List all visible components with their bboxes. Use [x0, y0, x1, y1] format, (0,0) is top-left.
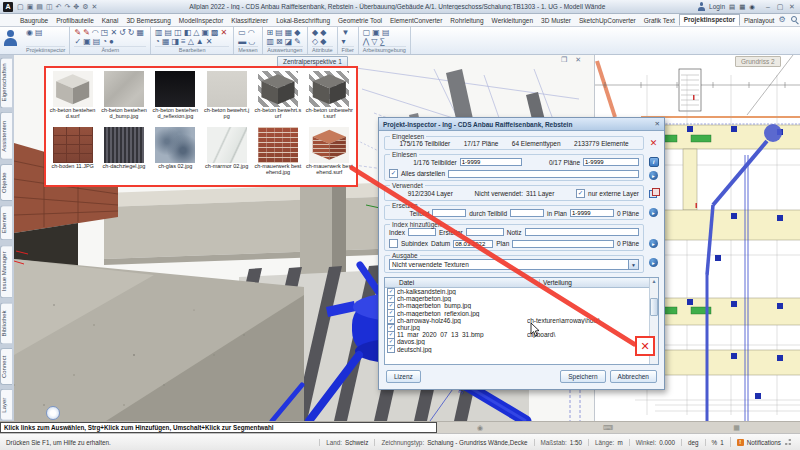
notiz-input[interactable] — [525, 228, 639, 236]
redo-icon[interactable]: ↷ — [64, 2, 70, 12]
texture-item[interactable]: ch-dachziegel.jpg — [99, 127, 148, 183]
texture-item[interactable]: ch-beton bewehrt.jpg — [202, 71, 251, 127]
tab-werkleitungen[interactable]: Werkleitungen — [488, 16, 537, 26]
projektinspector-icon[interactable] — [4, 29, 18, 48]
texture-item[interactable]: ch-beton bestehend_bump.jpg — [99, 71, 148, 127]
status-winkel-unit[interactable]: deg — [681, 439, 705, 446]
list-header[interactable]: Datei Verteilung — [385, 278, 649, 288]
nur-externe-layer-checkbox[interactable]: ✓ — [576, 189, 585, 198]
file-row[interactable]: ✓ch-magerbeton_bump.jpg — [385, 302, 649, 309]
tool-icons[interactable]: ▬◡ — [238, 37, 257, 46]
dialog-close-icon[interactable]: ✕ — [655, 120, 660, 128]
tab-profilbauteile[interactable]: Profilbauteile — [52, 16, 98, 26]
tool-icons[interactable]: ⊞▤▦◆ — [267, 28, 304, 37]
tool-icons[interactable]: ▥▤◫◧△▣▩✕ — [155, 28, 229, 37]
settings-icon[interactable]: ⚙ — [82, 2, 88, 12]
move-icon[interactable]: ✥ — [73, 2, 79, 12]
minimize-button[interactable]: – — [763, 3, 773, 11]
tool-icons[interactable]: ▥⊠◪✎ — [267, 37, 304, 46]
sidebar-tab-bibliothek[interactable]: Bibliothek — [0, 302, 12, 344]
subindex-checkbox[interactable] — [389, 239, 398, 248]
tool-icons[interactable]: ◇◆ — [312, 37, 332, 46]
new-icon[interactable]: ▢ — [17, 2, 24, 12]
chevron-down-icon[interactable]: ▼ — [628, 260, 638, 269]
file-row[interactable]: ✓davos.jpg — [385, 338, 649, 345]
texture-item[interactable]: ch-boden 11.JPG — [48, 127, 97, 183]
tab-geometrie-tool[interactable]: Geometrie Tool — [334, 16, 386, 26]
file-row[interactable]: ✓ch-kalksandstein.jpg — [385, 288, 649, 295]
keyboard-icon[interactable]: ⌨ — [603, 424, 613, 432]
alles-darstellen-checkbox[interactable]: ✓ — [389, 169, 398, 178]
lizenz-button[interactable]: Lizenz — [386, 370, 421, 383]
tab-projektinspector[interactable]: Projektinspector — [679, 14, 740, 26]
tool-icons[interactable]: ⋀▽∑ — [363, 37, 406, 46]
status-percent[interactable]: %1 — [705, 439, 730, 446]
gear-icon[interactable]: ⚙ — [778, 15, 785, 24]
abbrechen-button[interactable]: Abbrechen — [610, 370, 657, 383]
navigation-compass-icon[interactable] — [46, 406, 60, 420]
scrollbar-thumb[interactable] — [650, 298, 658, 316]
open-icon[interactable]: ▣ — [27, 2, 34, 12]
tool-icons[interactable]: ▢▣▤ — [363, 28, 406, 37]
shop-icon[interactable]: ▦ — [739, 3, 745, 11]
tab-modelinspector[interactable]: ModelInspector — [175, 16, 227, 26]
tool-icons[interactable]: ▭◠ — [238, 28, 257, 37]
apply-ersetzen-button[interactable]: ▸ — [649, 208, 658, 217]
tab-planlayout[interactable]: Planlayout — [740, 16, 778, 26]
tab-baugrube[interactable]: Baugrube — [16, 16, 52, 26]
tab-kanal[interactable]: Kanal — [98, 16, 123, 26]
sidebar-tab-eigenschaften[interactable]: Eigenschaften — [0, 57, 12, 108]
texture-item[interactable]: ch-beton bestehend.surf — [48, 71, 97, 127]
teilbild-input[interactable] — [432, 209, 466, 217]
texture-file-list[interactable]: Datei Verteilung ✓ch-kalksandstein.jpg ✓… — [384, 277, 659, 365]
texture-item[interactable]: ch-marmor 02.jpg — [202, 127, 251, 183]
sidebar-tab-issue-manager[interactable]: Issue Manager — [0, 245, 12, 298]
plan-input[interactable] — [512, 240, 614, 248]
tab-rohrleitung[interactable]: Rohrleitung — [446, 16, 487, 26]
sidebar-tab-assistenten[interactable]: Assistenten — [0, 112, 12, 160]
sidebar-tab-ebenen[interactable]: Ebenen — [0, 205, 12, 240]
view-window-controls[interactable]: ❐ ✕ — [561, 56, 584, 64]
view-tab-grundriss[interactable]: Grundriss 2 — [735, 56, 781, 67]
maximize-button[interactable]: ▢ — [775, 3, 785, 11]
file-row[interactable]: ✓chur.jpg — [385, 324, 649, 331]
texture-item[interactable]: ch-beton bewehrt.surf — [253, 71, 302, 127]
apply-index-button[interactable]: ▸ — [649, 239, 658, 248]
darstellen-filter-input[interactable] — [448, 170, 639, 178]
clear-icon[interactable]: ✕ — [650, 139, 658, 148]
speichern-button[interactable]: Speichern — [560, 370, 605, 383]
column-datei[interactable]: Datei — [385, 279, 540, 286]
print-icon[interactable]: ◫ — [46, 2, 53, 12]
texture-item[interactable]: ch-beton unbewehrt.surf — [305, 71, 354, 127]
index-input[interactable] — [408, 228, 436, 236]
notifications-icon[interactable]: ! — [737, 439, 744, 446]
panel-icon[interactable]: ▤ — [729, 3, 735, 11]
file-row[interactable]: ✓deutschl.jpg — [385, 346, 649, 353]
file-row[interactable]: ✓11_mar_2020_07_13_31.bmpclipboard\ — [385, 331, 649, 338]
durch-teilbild-input[interactable] — [510, 209, 544, 217]
texture-item[interactable]: ch-beton bestehend_reflexion.jpg — [151, 71, 200, 127]
save-icon[interactable]: ▤ — [36, 2, 43, 12]
quick-access-toolbar[interactable]: ▢▣▤◫↶↷✥⚙✕ — [17, 2, 97, 12]
tab-lokal-beschriftung[interactable]: Lokal-Beschriftung — [272, 16, 334, 26]
tool-icons[interactable]: ◉▤ — [26, 28, 65, 37]
tab-3d-muster[interactable]: 3D Muster — [537, 16, 575, 26]
delete-texture-icon[interactable]: ✕ — [640, 340, 649, 353]
datum-input[interactable] — [453, 240, 493, 248]
tab-klassifizierer[interactable]: Klassifizierer — [227, 16, 272, 26]
point-snap-icon[interactable]: ◉ — [477, 424, 483, 432]
column-verteilung[interactable]: Verteilung — [540, 279, 649, 286]
app-icon[interactable]: A — [3, 2, 13, 12]
sidebar-tab-connect[interactable]: Connect — [0, 348, 12, 385]
info-icon[interactable]: i — [649, 157, 659, 167]
tool-icons[interactable]: ◔▦◨≡△▲✕ — [155, 37, 229, 46]
scroll-up-icon[interactable]: ▲ — [652, 278, 657, 284]
tool-icons[interactable]: ◆◆ — [312, 28, 332, 37]
tab-sketchupconverter[interactable]: SketchUpConverter — [575, 16, 640, 26]
tool-icons[interactable]: ✓▣▤◔● — [74, 37, 146, 46]
status-zeichnungstyp[interactable]: Zeichnungstyp:Schalung - Grundriss Wände… — [374, 439, 533, 446]
layer-stack-icon[interactable] — [649, 188, 658, 197]
login-link[interactable]: Login — [709, 3, 725, 10]
undo-icon[interactable]: ↶ — [56, 2, 62, 12]
filter-dropdown[interactable]: ▾ — [342, 37, 354, 46]
